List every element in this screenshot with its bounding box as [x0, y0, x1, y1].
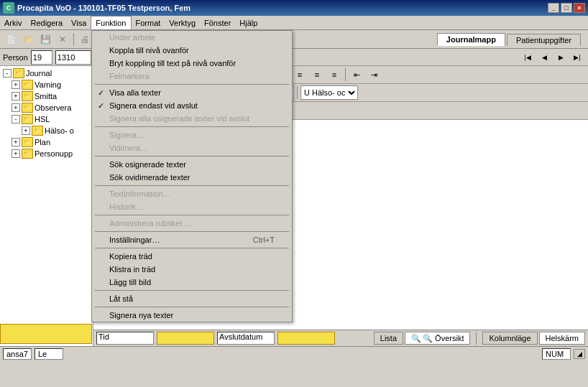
tree-item-varning[interactable]: + 📁 Varning	[1, 79, 91, 90]
align-center-button[interactable]: ≡	[292, 67, 308, 82]
menu-item-sok-osignerade[interactable]: Sök osignerade texter	[92, 158, 292, 171]
tree-panel: - 📁 Journal + 📁 Varning + 📁 Smitta + 📁 O…	[0, 66, 93, 346]
person-bar: Person |◀ ◀ ▶ ▶|	[0, 49, 588, 66]
nav-first-button[interactable]: |◀	[520, 50, 536, 65]
menu-item-administrera: Administrera rubriker….	[92, 217, 292, 230]
check-visa-alla: ✓	[98, 88, 104, 98]
menu-item-felmarkera: Felmarkera	[92, 70, 292, 83]
tab-journalmapp[interactable]: Journalmapp	[437, 33, 505, 46]
fmt2-sep-2	[297, 86, 298, 99]
indent-button[interactable]: ⇤	[349, 67, 364, 82]
menu-item-lagg-till-bild[interactable]: Lägg till bild	[92, 276, 292, 289]
tree-expand-halso[interactable]: +	[22, 126, 30, 135]
outdent-button[interactable]: ⇥	[366, 67, 382, 82]
tab-helskarm[interactable]: Helskärm	[539, 332, 585, 345]
menu-item-sok-ovidimerade[interactable]: Sök ovidimerade texter	[92, 171, 292, 184]
close-button[interactable]: ×	[574, 3, 585, 13]
tree-item-hsl[interactable]: - 📁 HSL	[1, 113, 91, 125]
menu-item-bryt-koppling[interactable]: Bryt koppling till text på nivå ovanför	[92, 57, 292, 70]
tree-item-smitta[interactable]: + 📁 Smitta	[1, 90, 91, 102]
align-right-button[interactable]: ≡	[309, 67, 325, 82]
tree-item-observera[interactable]: + 📁 Observera	[1, 102, 91, 113]
nav-prev-button[interactable]: ◀	[536, 50, 552, 65]
menu-visa[interactable]: Visa	[67, 16, 91, 29]
new-button[interactable]: 📄	[3, 32, 19, 47]
num-indicator: NUM	[542, 348, 571, 360]
save-button[interactable]: 💾	[37, 32, 53, 47]
tree-item-halso[interactable]: + 📁 Hälso- o	[1, 125, 91, 136]
nav-buttons: |◀ ◀ ▶ ▶|	[520, 49, 585, 66]
dropdown-sep-3	[95, 156, 289, 157]
window-title: Procapita VoO - 130101-TF05 Testperson, …	[17, 4, 190, 12]
dropdown-sep-7	[95, 248, 289, 248]
tree-item-plan[interactable]: + 📁 Plan	[1, 136, 91, 148]
tree-expand-journal[interactable]: -	[3, 69, 12, 78]
dropdown-sep-6	[95, 231, 289, 232]
menu-redigera[interactable]: Redigera	[26, 16, 67, 29]
tid-label: Tid	[96, 332, 154, 345]
folder-icon-personupp: 📁	[22, 149, 33, 159]
menu-item-installningar[interactable]: Inställningar… Ctrl+T	[92, 233, 292, 246]
unit-select[interactable]: U Hälso- oc	[300, 85, 358, 100]
person-code-input[interactable]	[55, 50, 91, 65]
tree-expand-personupp[interactable]: +	[12, 149, 20, 158]
align-justify-button[interactable]: ≡	[326, 67, 342, 82]
status-field-2: Le	[35, 348, 63, 360]
menu-item-klistra-trad[interactable]: Klistra in träd	[92, 263, 292, 276]
menu-bar: Arkiv Redigera Visa Funktion Format Verk…	[0, 16, 588, 30]
menu-item-visa-alla[interactable]: ✓ Visa alla texter	[92, 86, 292, 99]
tab-lista[interactable]: Lista	[374, 332, 403, 345]
tab-oversikt[interactable]: 🔍 🔍 Översikt	[405, 332, 470, 345]
menu-hjalp[interactable]: Hjälp	[235, 16, 262, 29]
folder-icon-plan: 📁	[22, 137, 33, 147]
menu-item-lat-sta[interactable]: Låt stå	[92, 292, 292, 305]
tid-value[interactable]	[157, 332, 214, 345]
dropdown-sep-8	[95, 290, 289, 291]
layout-tabs: Kolumnläge Helskärm	[482, 332, 585, 345]
tab-patientuppgifter[interactable]: Patientuppgifter	[507, 34, 581, 46]
maximize-button[interactable]: □	[561, 3, 572, 13]
nav-next-button[interactable]: ▶	[553, 50, 569, 65]
dropdown-sep-9	[95, 307, 289, 307]
tab-kolumnlage[interactable]: Kolumnläge	[482, 332, 537, 345]
folder-icon-smitta: 📁	[22, 91, 33, 101]
menu-item-textinfo: Textinformation…	[92, 187, 292, 200]
dropdown-sep-4	[95, 185, 289, 186]
status-field-1: ansa7	[3, 348, 32, 360]
shortcut-installningar: Ctrl+T	[253, 236, 275, 244]
status-bar: ansa7 Le NUM ◢	[0, 346, 588, 360]
app-icon: C	[3, 2, 14, 14]
dropdown-sep-5	[95, 215, 289, 215]
menu-item-signera-avslut[interactable]: ✓ Signera endast vid avslut	[92, 99, 292, 112]
tree-item-journal[interactable]: - 📁 Journal	[1, 67, 91, 79]
menu-item-under-arbete: Under arbete	[92, 31, 292, 44]
tree-expand-observera[interactable]: +	[12, 103, 20, 112]
open-button[interactable]: 📂	[20, 32, 36, 47]
menu-fonster[interactable]: Fönster	[200, 16, 235, 29]
menu-item-historik: Historik…	[92, 200, 292, 213]
person-label: Person	[3, 53, 28, 62]
menu-funktion[interactable]: Funktion	[91, 16, 131, 29]
funktion-dropdown: Under arbete Koppla till nivå ovanför Br…	[91, 30, 293, 322]
menu-item-koppla-niva[interactable]: Koppla till nivå ovanför	[92, 44, 292, 57]
tree-item-personupp[interactable]: + 📁 Personupp	[1, 148, 91, 159]
menu-item-kopiera-trad[interactable]: Kopiera träd	[92, 250, 292, 263]
menu-format[interactable]: Format	[132, 16, 165, 29]
tree-expand-varning[interactable]: +	[12, 80, 20, 89]
print-button[interactable]: 🖨	[77, 32, 93, 47]
menu-arkiv[interactable]: Arkiv	[0, 16, 26, 29]
minimize-button[interactable]: _	[548, 3, 559, 13]
title-bar: C Procapita VoO - 130101-TF05 Testperson…	[0, 0, 588, 16]
tree-expand-hsl[interactable]: -	[12, 115, 20, 123]
oversikt-icon: 🔍	[411, 334, 421, 343]
menu-item-signera-nya[interactable]: Signera nya texter	[92, 309, 292, 322]
tree-expand-plan[interactable]: +	[12, 138, 20, 146]
menu-item-signera: Signera…	[92, 129, 292, 141]
avslutdatum-value[interactable]	[277, 332, 335, 345]
menu-verktyg[interactable]: Verktyg	[165, 16, 200, 29]
delete-button[interactable]: ✕	[55, 32, 70, 47]
folder-icon-halso: 📁	[32, 126, 43, 136]
tree-expand-smitta[interactable]: +	[12, 92, 20, 101]
nav-last-button[interactable]: ▶|	[569, 50, 585, 65]
person-id-input[interactable]	[31, 50, 52, 65]
